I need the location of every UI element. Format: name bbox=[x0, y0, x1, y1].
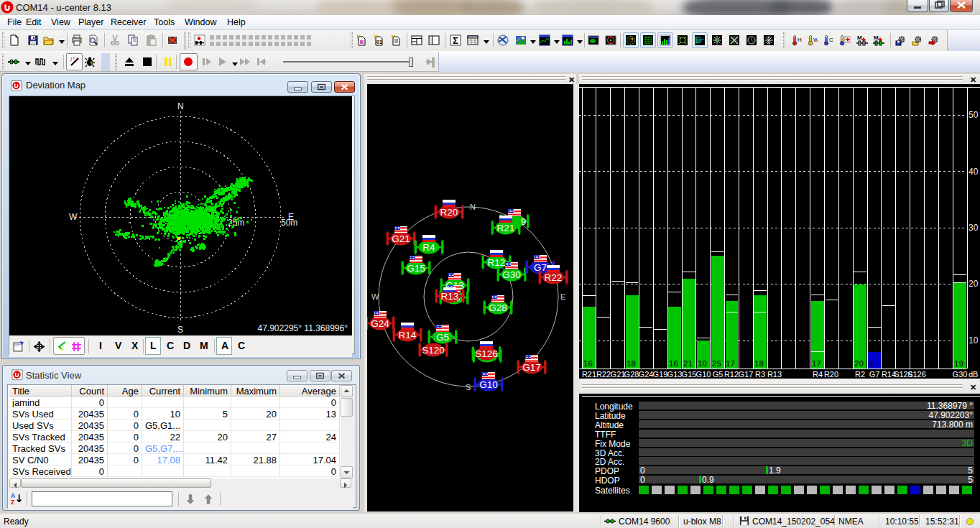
svg-text:01: 01 bbox=[376, 40, 382, 45]
svg-text:47.902295° 11.368996°: 47.902295° 11.368996° bbox=[258, 323, 348, 333]
svg-text:R21: R21 bbox=[582, 370, 596, 379]
svg-text:R20: R20 bbox=[824, 370, 838, 379]
svg-text:S126: S126 bbox=[475, 348, 498, 359]
svg-text:G30: G30 bbox=[953, 370, 968, 379]
svg-text:20: 20 bbox=[969, 279, 979, 289]
svg-text:G7: G7 bbox=[869, 370, 880, 379]
svg-text:25: 25 bbox=[712, 359, 721, 368]
svg-text:W: W bbox=[69, 212, 78, 222]
svg-text:16: 16 bbox=[669, 359, 678, 368]
svg-text:G24: G24 bbox=[639, 370, 654, 379]
svg-text:9: 9 bbox=[521, 216, 526, 227]
svg-text:10: 10 bbox=[969, 335, 979, 346]
svg-text:G10: G10 bbox=[479, 379, 498, 390]
svg-text:W: W bbox=[813, 37, 818, 43]
svg-text:30: 30 bbox=[969, 223, 979, 233]
svg-text:40: 40 bbox=[969, 167, 979, 177]
svg-text:M: M bbox=[857, 34, 862, 41]
svg-text:R21: R21 bbox=[497, 223, 515, 233]
svg-text:G13: G13 bbox=[667, 370, 683, 379]
svg-text:N: N bbox=[470, 203, 476, 211]
svg-text:R12: R12 bbox=[488, 257, 506, 268]
svg-text:50m: 50m bbox=[281, 218, 297, 228]
svg-text:G15: G15 bbox=[682, 370, 697, 379]
svg-text:G28: G28 bbox=[624, 370, 639, 379]
svg-text:18: 18 bbox=[754, 359, 764, 368]
svg-text:17: 17 bbox=[812, 359, 821, 368]
svg-text:dB: dB bbox=[969, 370, 978, 379]
svg-text:R4: R4 bbox=[422, 242, 435, 253]
svg-text:50: 50 bbox=[969, 110, 979, 120]
svg-text:S126: S126 bbox=[907, 370, 926, 379]
svg-text:E: E bbox=[560, 292, 565, 301]
svg-text:S120: S120 bbox=[422, 345, 445, 356]
svg-text:G21: G21 bbox=[611, 370, 626, 379]
svg-text:G5: G5 bbox=[436, 332, 449, 343]
svg-text:R2: R2 bbox=[855, 370, 865, 379]
svg-text:G10: G10 bbox=[696, 370, 711, 379]
svg-text:G15: G15 bbox=[407, 263, 425, 274]
svg-text:Σ: Σ bbox=[453, 35, 458, 46]
svg-text:M: M bbox=[874, 34, 879, 41]
svg-text:S: S bbox=[177, 325, 183, 335]
svg-text:18: 18 bbox=[627, 359, 636, 368]
svg-text:16: 16 bbox=[583, 359, 593, 368]
svg-text:R13: R13 bbox=[767, 370, 782, 379]
svg-text:C: C bbox=[829, 37, 833, 43]
svg-text:20: 20 bbox=[854, 359, 864, 368]
svg-text:R3: R3 bbox=[755, 370, 765, 379]
svg-text:G21: G21 bbox=[392, 233, 410, 244]
svg-text:R13: R13 bbox=[441, 291, 459, 302]
svg-text:G30: G30 bbox=[502, 269, 521, 280]
svg-text:G24: G24 bbox=[371, 318, 389, 329]
svg-text:H: H bbox=[798, 37, 802, 43]
svg-text:8: 8 bbox=[869, 359, 873, 368]
svg-text:R4: R4 bbox=[813, 370, 823, 379]
svg-text:G17: G17 bbox=[522, 362, 541, 373]
svg-text:10: 10 bbox=[698, 359, 707, 368]
svg-text:R12: R12 bbox=[724, 370, 739, 379]
svg-text:G19: G19 bbox=[653, 370, 668, 379]
svg-text:19: 19 bbox=[954, 359, 963, 368]
svg-text:21: 21 bbox=[683, 359, 693, 368]
svg-text:G17: G17 bbox=[739, 370, 754, 379]
svg-text:W: W bbox=[371, 292, 379, 301]
svg-text:Z: Z bbox=[11, 499, 14, 505]
svg-text:S: S bbox=[466, 383, 471, 392]
svg-text:R22: R22 bbox=[545, 272, 563, 283]
svg-text:N: N bbox=[177, 101, 184, 111]
svg-text:R22: R22 bbox=[596, 370, 611, 379]
svg-text:G28: G28 bbox=[489, 302, 507, 313]
svg-text:R20: R20 bbox=[440, 207, 458, 218]
svg-text:17: 17 bbox=[726, 359, 735, 368]
svg-text:G5: G5 bbox=[713, 370, 724, 379]
svg-text:R14: R14 bbox=[399, 330, 417, 341]
